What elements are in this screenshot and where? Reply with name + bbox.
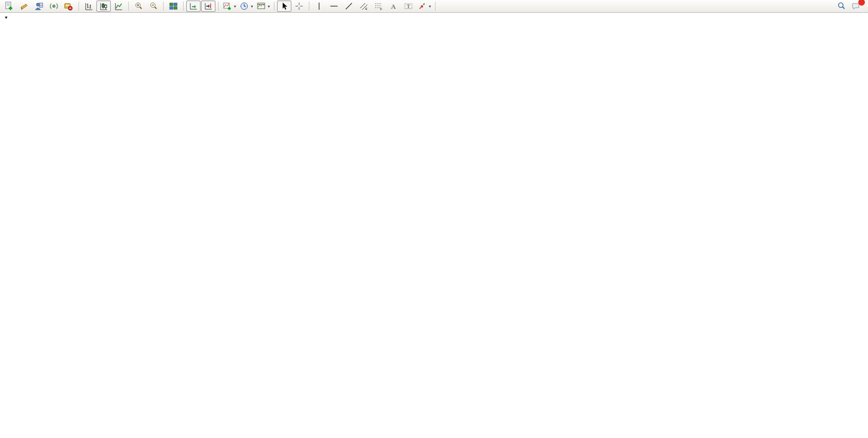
terminal-icon	[34, 2, 44, 11]
auto-scroll-button[interactable]	[186, 1, 201, 12]
cursor-tool-button[interactable]	[277, 1, 291, 12]
svg-text:T: T	[407, 4, 410, 9]
arrows-icon	[418, 2, 427, 11]
notifications-button[interactable]	[849, 1, 863, 12]
horizontal-line-tool-button[interactable]	[327, 1, 341, 12]
notification-badge	[858, 0, 865, 6]
macd-label	[4, 310, 7, 316]
arrows-tool-button[interactable]: ▾	[416, 1, 432, 12]
toolbar-separator	[183, 2, 184, 11]
line-chart-icon	[114, 2, 123, 11]
horizontal-line-icon	[329, 2, 339, 11]
svg-text:A: A	[391, 3, 396, 10]
bar-chart-icon	[84, 2, 93, 11]
chart-shift-button[interactable]	[201, 1, 215, 12]
signals-icon	[49, 2, 58, 11]
signals-button[interactable]	[47, 1, 61, 12]
toolbar-separator	[274, 2, 274, 11]
autotrading-button[interactable]	[62, 1, 76, 12]
templates-dropdown-icon[interactable]: ▾	[268, 4, 270, 9]
chart-shift-icon	[204, 2, 213, 11]
search-button[interactable]	[834, 1, 849, 12]
indicators-button[interactable]: ▾	[221, 1, 238, 12]
autotrading-icon	[64, 2, 73, 11]
new-order-icon	[4, 2, 13, 11]
tile-windows-button[interactable]	[166, 1, 181, 12]
toolbar-separator	[218, 2, 219, 11]
arrows-dropdown-icon[interactable]: ▾	[429, 4, 431, 9]
market-watch-button[interactable]	[17, 1, 31, 12]
svg-text:E: E	[365, 7, 367, 10]
channel-tool-button[interactable]: E	[357, 1, 371, 12]
trendline-icon	[344, 2, 353, 11]
zoom-in-icon	[134, 2, 143, 11]
rsi-label	[4, 369, 5, 375]
toolbar-separator	[128, 2, 129, 11]
cursor-icon	[280, 2, 289, 11]
chart-title: ▼	[4, 14, 13, 21]
crosshair-icon	[294, 2, 304, 11]
tile-windows-icon	[169, 2, 178, 11]
periods-button[interactable]: ▾	[238, 1, 254, 12]
new-order-button[interactable]	[2, 1, 16, 12]
text-label-tool-button[interactable]: T	[401, 1, 416, 12]
bar-chart-mode-button[interactable]	[82, 1, 96, 12]
toolbar-separator	[309, 2, 309, 11]
trading-app-window: ▾ ▾ ▾	[0, 0, 868, 438]
main-toolbar: ▾ ▾ ▾	[0, 0, 868, 13]
templates-button[interactable]: ▾	[255, 1, 271, 12]
candlestick-icon	[99, 2, 108, 11]
chart-canvas[interactable]	[0, 0, 868, 438]
fibonacci-icon: F	[374, 2, 383, 11]
clock-icon	[240, 2, 249, 11]
market-watch-icon	[19, 2, 29, 11]
indicators-icon	[223, 2, 232, 11]
vertical-line-tool-button[interactable]	[312, 1, 326, 12]
text-tool-button[interactable]: A	[386, 1, 401, 12]
auto-scroll-icon	[189, 2, 198, 11]
text-label-icon: T	[404, 2, 413, 11]
fibonacci-tool-button[interactable]: F	[371, 1, 386, 12]
toolbar-separator	[435, 2, 436, 11]
periods-dropdown-icon[interactable]: ▾	[251, 4, 253, 9]
zoom-out-icon	[149, 2, 158, 11]
candlestick-mode-button[interactable]	[96, 1, 111, 12]
vertical-line-icon	[314, 2, 324, 11]
equidistant-channel-icon: E	[359, 2, 368, 11]
line-chart-mode-button[interactable]	[111, 1, 126, 12]
text-icon: A	[389, 2, 398, 11]
zoom-in-button[interactable]	[131, 1, 146, 12]
toolbar-separator	[163, 2, 164, 11]
templates-icon	[257, 2, 266, 11]
crosshair-tool-button[interactable]	[292, 1, 306, 12]
svg-text:F: F	[380, 8, 382, 11]
symbol-dropdown-icon[interactable]: ▼	[4, 15, 8, 20]
search-icon	[837, 2, 846, 11]
zoom-out-button[interactable]	[146, 1, 161, 12]
terminal-button[interactable]	[32, 1, 46, 12]
toolbar-separator	[78, 2, 79, 11]
trendline-tool-button[interactable]	[342, 1, 356, 12]
indicators-dropdown-icon[interactable]: ▾	[234, 4, 236, 9]
